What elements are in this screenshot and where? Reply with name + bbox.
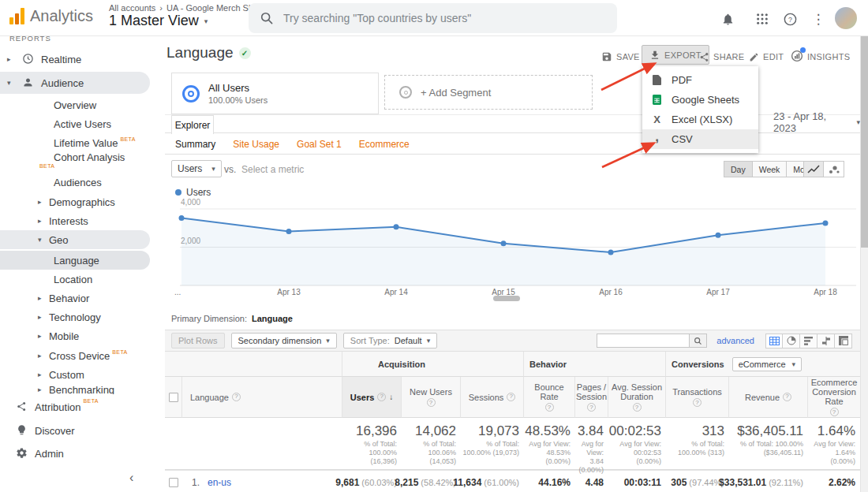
apps-grid-icon[interactable] <box>754 10 771 28</box>
primary-dimension-language[interactable]: Language <box>252 314 293 323</box>
insights-button[interactable]: INSIGHTS <box>791 48 850 65</box>
column-pages-session-header[interactable]: Pages / Session? <box>575 377 608 418</box>
breadcrumb[interactable]: All accounts › UA - Google Merch Shop <box>109 3 263 13</box>
subtab-summary[interactable]: Summary <box>175 139 215 150</box>
column-avg-session-duration-header[interactable]: Avg. Session Duration? <box>608 377 666 418</box>
search-bar[interactable] <box>249 3 617 33</box>
collapse-sidebar-icon[interactable]: ‹ <box>129 471 133 485</box>
edit-button[interactable]: EDIT <box>749 48 784 65</box>
subtab-site-usage[interactable]: Site Usage <box>233 139 279 150</box>
sidebar-item-discover[interactable]: Discover <box>0 419 158 442</box>
menu-item-excel[interactable]: X Excel (XLSX) <box>642 110 758 129</box>
google-analytics-logo[interactable]: Analytics <box>9 7 93 24</box>
save-button[interactable]: SAVE <box>601 48 640 65</box>
sidebar-item-admin[interactable]: Admin <box>0 442 158 464</box>
line-chart-icon[interactable] <box>803 161 824 177</box>
sidebar-item-overview[interactable]: Overview <box>0 96 158 114</box>
help-icon[interactable]: ? <box>830 408 839 416</box>
sidebar-item-label: Technology <box>49 311 101 323</box>
column-users-sorted[interactable]: Users?↓ <box>342 377 402 418</box>
advanced-search-link[interactable]: advanced <box>716 336 754 345</box>
vertical-scrollbar[interactable] <box>860 36 868 492</box>
column-new-users-header[interactable]: New Users? <box>402 377 461 418</box>
sidebar-item-location[interactable]: Location <box>0 270 158 288</box>
column-transactions-header[interactable]: Transactions? <box>666 377 729 418</box>
sort-type-button[interactable]: Sort Type: Default ▾ <box>343 333 437 348</box>
sidebar-item-audiences[interactable]: Audiences <box>0 173 158 191</box>
table-view-icon[interactable] <box>765 334 783 348</box>
subtab-ecommerce[interactable]: Ecommerce <box>359 139 410 150</box>
avatar[interactable] <box>835 7 857 29</box>
segment-all-users[interactable]: All Users 100.00% Users <box>171 73 379 114</box>
sidebar-item-attribution[interactable]: Attribution BETA <box>0 396 158 418</box>
performance-view-icon[interactable] <box>800 334 817 348</box>
table-row[interactable]: 1. en-us 9,681(60.03%) 8,215(58.42%) 11,… <box>165 470 860 492</box>
row-checkbox[interactable] <box>169 478 178 487</box>
sidebar-item-demographics[interactable]: ▸Demographics <box>0 193 158 211</box>
plot-rows-button[interactable]: Plot Rows <box>171 333 225 348</box>
sidebar-item-benchmarking[interactable]: ▸Benchmarking <box>0 385 158 394</box>
help-icon[interactable]: ? <box>377 393 386 401</box>
day-button[interactable]: Day <box>724 161 753 177</box>
column-bounce-rate: Bounce Rate <box>527 382 571 401</box>
sidebar-item-custom[interactable]: ▸Custom <box>0 366 158 383</box>
menu-item-google-sheets[interactable]: Google Sheets <box>642 90 758 110</box>
line-chart-svg: 2,0004,000Apr 13Apr 14Apr 15Apr 16Apr 17… <box>165 189 860 301</box>
menu-item-pdf[interactable]: PDF <box>642 70 758 90</box>
sidebar-item-interests[interactable]: ▸Interests <box>0 212 158 229</box>
language-link[interactable]: en-us <box>208 477 231 488</box>
help-icon[interactable]: ? <box>232 393 241 401</box>
table-search-input[interactable] <box>597 334 690 348</box>
motion-chart-icon[interactable] <box>824 161 844 177</box>
scrollbar-thumb[interactable] <box>861 36 868 248</box>
plot-rows-label: Plot Rows <box>178 336 218 345</box>
metric-selector[interactable]: Users ▾ <box>171 160 222 177</box>
help-icon[interactable]: ? <box>693 398 702 407</box>
sidebar-item-cohort-analysis[interactable]: Cohort Analysis BETA <box>0 150 158 173</box>
sidebar-item-lifetime-value[interactable]: Lifetime ValueBETA <box>0 134 158 151</box>
column-revenue-header[interactable]: Revenue? <box>729 377 808 418</box>
help-icon[interactable]: ? <box>427 398 436 407</box>
column-ecommerce-cr-header[interactable]: Ecommerce Conversion Rate? <box>808 377 860 418</box>
chevron-right-icon: ▸ <box>38 294 42 302</box>
view-selector[interactable]: 1 Master View ▾ <box>109 13 208 29</box>
sidebar-item-label: Overview <box>54 99 96 111</box>
secondary-dimension-button[interactable]: Secondary dimension▾ <box>231 333 337 348</box>
subtab-goal-set-1[interactable]: Goal Set 1 <box>297 139 342 150</box>
table-search-button[interactable] <box>690 334 707 348</box>
column-bounce-rate-header[interactable]: Bounce Rate? <box>524 377 575 418</box>
search-input[interactable] <box>283 12 583 24</box>
sidebar-item-cross-device[interactable]: ▸Cross DeviceBETA <box>0 347 158 364</box>
column-sessions-header[interactable]: Sessions? <box>461 377 524 418</box>
chart-scrollbar-thumb[interactable] <box>493 296 520 301</box>
row-index: 1. <box>192 477 200 488</box>
tab-explorer[interactable]: Explorer <box>171 115 214 134</box>
percentage-view-icon[interactable] <box>783 334 800 348</box>
help-button[interactable]: ? <box>781 10 799 28</box>
more-options-icon[interactable]: ⋮ <box>810 10 827 28</box>
sidebar-item-active-users[interactable]: Active Users <box>0 115 158 132</box>
help-icon[interactable]: ? <box>587 403 596 412</box>
sidebar-item-language[interactable]: Language <box>0 251 150 270</box>
sidebar-item-behavior[interactable]: ▸Behavior <box>0 289 158 307</box>
help-icon[interactable]: ? <box>507 393 515 401</box>
sidebar-item-audience[interactable]: ▾ Audience <box>0 72 150 94</box>
share-button[interactable]: SHARE <box>699 48 744 65</box>
total-avg-session-duration: 00:02:53 <box>609 423 661 438</box>
help-icon[interactable]: ? <box>783 393 791 401</box>
select-metric-dropdown[interactable]: Select a metric <box>241 164 304 175</box>
comparison-view-icon[interactable] <box>817 334 835 348</box>
add-segment-button[interactable]: + Add Segment <box>384 75 593 110</box>
menu-item-csv[interactable]: , CSV <box>642 129 758 149</box>
week-button[interactable]: Week <box>753 161 788 177</box>
sidebar-item-mobile[interactable]: ▸Mobile <box>0 327 158 345</box>
help-icon[interactable]: ? <box>633 403 642 412</box>
notifications-bell-icon[interactable] <box>719 10 736 28</box>
sidebar-item-realtime[interactable]: ▸ Realtime <box>0 49 158 69</box>
select-all-checkbox[interactable] <box>169 393 178 402</box>
conversions-goal-selector[interactable]: eCommerce▾ <box>732 357 802 371</box>
help-icon[interactable]: ? <box>545 403 554 412</box>
sidebar-item-technology[interactable]: ▸Technology <box>0 308 158 326</box>
sidebar-item-geo[interactable]: ▾Geo <box>0 230 150 249</box>
pivot-view-icon[interactable] <box>835 334 852 348</box>
